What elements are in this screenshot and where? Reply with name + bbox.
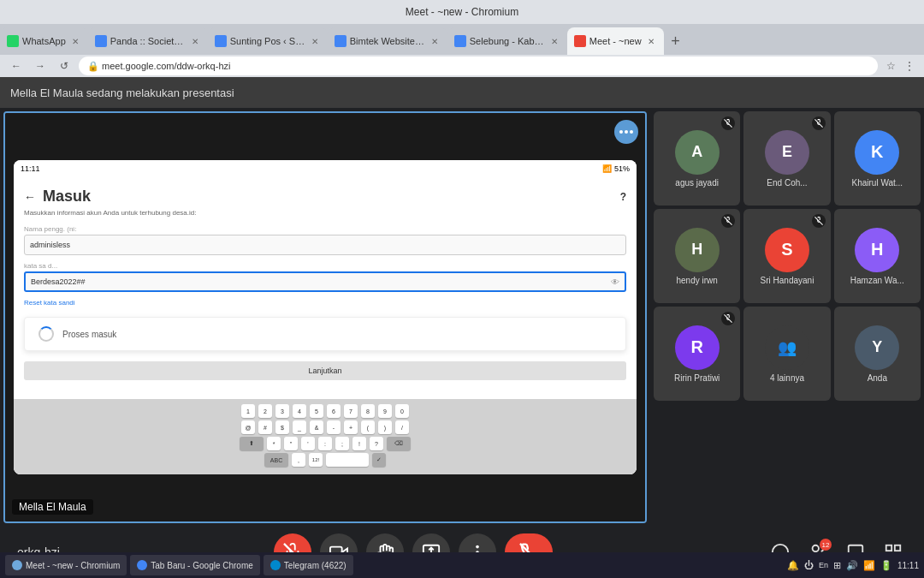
kb-2[interactable]: 2	[258, 404, 272, 418]
kb-colon[interactable]: :	[318, 437, 332, 450]
taskbar-meet[interactable]: Meet - ~new - Chromium	[5, 555, 127, 575]
address-icons: ☆ ⋮	[883, 58, 917, 74]
refresh-button[interactable]: ↺	[55, 57, 74, 75]
kb-0[interactable]: 0	[395, 404, 409, 418]
kb-rparen[interactable]: )	[378, 420, 392, 434]
tab-4[interactable]: Selebung - Kab. Lombok...✕	[447, 27, 567, 55]
participant-tile-8[interactable]: YAnda	[834, 307, 921, 401]
kb-enter[interactable]: ✓	[372, 453, 386, 467]
participant-tile-2[interactable]: KKhairul Wat...	[834, 111, 921, 206]
kb-5[interactable]: 5	[310, 404, 323, 418]
kb-minus[interactable]: -	[327, 420, 341, 434]
svg-point-1	[625, 130, 628, 134]
extensions-icon[interactable]: ⋮	[902, 58, 917, 74]
kb-num12[interactable]: 12!	[309, 453, 323, 467]
forward-button[interactable]: →	[31, 57, 50, 75]
screen-share-label: Mella El Maula	[12, 499, 93, 515]
kb-comma[interactable]: ,	[292, 453, 305, 467]
kb-space[interactable]	[326, 453, 369, 467]
kb-plus[interactable]: +	[344, 420, 358, 434]
username-label: Nama pengg. (ni:	[24, 225, 626, 233]
password-label: kata sa d...	[24, 262, 626, 270]
screen-more-button[interactable]	[614, 120, 638, 144]
kb-hash[interactable]: #	[258, 420, 272, 434]
login-button[interactable]: Lanjutkan	[24, 361, 626, 380]
kb-amp[interactable]: &	[310, 420, 323, 434]
kb-1[interactable]: 1	[241, 404, 255, 418]
tab-1[interactable]: Panda :: Society 5.0 Indon...✕	[88, 27, 208, 55]
kb-question[interactable]: ?	[370, 437, 383, 450]
kb-9[interactable]: 9	[378, 404, 392, 418]
taskbar-chrome[interactable]: Tab Baru - Google Chrome	[130, 555, 260, 575]
tab-close-3[interactable]: ✕	[429, 35, 441, 47]
participant-avatar-2: K	[855, 130, 899, 175]
bookmark-icon[interactable]: ☆	[883, 58, 898, 74]
participant-name-0: agus jayadi	[672, 178, 722, 188]
participant-tile-3[interactable]: Hhendy irwn	[654, 209, 740, 303]
participant-tile-6[interactable]: RRirin Pratiwi	[654, 307, 740, 401]
url-bar[interactable]: 🔒 meet.google.com/ddw-orkq-hzi	[79, 57, 878, 75]
participant-tile-5[interactable]: HHamzan Wa...	[834, 209, 921, 303]
kb-4[interactable]: 4	[293, 404, 306, 418]
participant-tile-0[interactable]: Aagus jayadi	[654, 111, 740, 206]
tab-5[interactable]: Meet - ~new✕	[567, 27, 664, 55]
loading-box: Proses masuk	[24, 317, 626, 351]
screen-share-area: 11:11 📶 51% ← Masuk ?	[3, 111, 647, 523]
participant-name-1: End Coh...	[763, 178, 810, 188]
kb-slash[interactable]: /	[395, 420, 409, 434]
username-input[interactable]: adminisless	[24, 235, 626, 255]
kb-at[interactable]: @	[241, 420, 255, 434]
password-input[interactable]: Berdesa2022## 👁	[24, 271, 626, 292]
kb-apos[interactable]: '	[301, 437, 315, 450]
notification-icon[interactable]: 🔔	[787, 560, 799, 571]
tab-close-1[interactable]: ✕	[189, 35, 201, 47]
participant-name-6: Ririn Pratiwi	[671, 373, 723, 383]
kb-8[interactable]: 8	[361, 404, 375, 418]
kb-shift[interactable]: ⬆	[240, 437, 264, 450]
keyboard-icon[interactable]: ⊞	[833, 560, 841, 571]
network-icon[interactable]: 📶	[863, 560, 875, 571]
kb-3[interactable]: 3	[275, 404, 289, 418]
participant-avatar-3: H	[675, 228, 720, 272]
taskbar-telegram[interactable]: Telegram (4622)	[264, 555, 353, 575]
tab-3[interactable]: Bimtek Website Desa da...✕	[328, 27, 447, 55]
back-button[interactable]: ←	[7, 57, 26, 75]
kb-dollar[interactable]: $	[275, 420, 289, 434]
kb-underscore[interactable]: _	[293, 420, 306, 434]
tab-close-4[interactable]: ✕	[548, 35, 560, 47]
kb-abc[interactable]: ABC	[264, 453, 288, 467]
tab-2[interactable]: Sunting Pos ‹ Selebung -...✕	[208, 27, 328, 55]
language-icon[interactable]: En	[819, 561, 828, 569]
kb-backspace[interactable]: ⌫	[387, 437, 411, 450]
kb-6[interactable]: 6	[327, 404, 341, 418]
kb-7[interactable]: 7	[344, 404, 358, 418]
volume-icon[interactable]: 🔊	[846, 560, 858, 571]
new-tab-button[interactable]: +	[664, 27, 688, 55]
tab-close-0[interactable]: ✕	[69, 35, 81, 47]
tab-favicon-0	[7, 35, 19, 47]
mute-icon-3	[721, 214, 735, 228]
participant-tile-7[interactable]: 👥4 lainnya	[743, 307, 830, 401]
mute-icon-4	[812, 214, 826, 228]
kb-quote[interactable]: "	[284, 437, 298, 450]
kb-asterisk[interactable]: *	[267, 437, 281, 450]
tab-0[interactable]: WhatsApp✕	[0, 27, 88, 55]
kb-excl[interactable]: !	[352, 437, 366, 450]
participant-tile-4[interactable]: SSri Handayani	[743, 209, 830, 303]
tab-close-5[interactable]: ✕	[645, 35, 657, 47]
participant-name-4: Sri Handayani	[757, 276, 818, 285]
phone-keyboard: 1 2 3 4 5 6 7 8 9 0	[14, 399, 637, 474]
participant-tile-1[interactable]: EEnd Coh...	[743, 111, 830, 206]
tab-close-2[interactable]: ✕	[309, 35, 321, 47]
svg-line-4	[814, 119, 822, 127]
title-bar: Meet - ~new - Chromium	[0, 0, 924, 24]
participants-panel: Aagus jayadi EEnd Coh...KKhairul Wat... …	[650, 108, 924, 527]
kb-semi[interactable]: ;	[335, 437, 349, 450]
battery-icon[interactable]: 🔋	[880, 560, 892, 571]
svg-line-5	[725, 217, 732, 224]
kb-lparen[interactable]: (	[361, 420, 375, 434]
tab-bar: WhatsApp✕Panda :: Society 5.0 Indon...✕S…	[0, 24, 924, 55]
participant-name-5: Hamzan Wa...	[847, 276, 908, 285]
power-icon[interactable]: ⏻	[804, 560, 814, 570]
reset-password-link[interactable]: Reset kata sandi	[24, 299, 626, 307]
